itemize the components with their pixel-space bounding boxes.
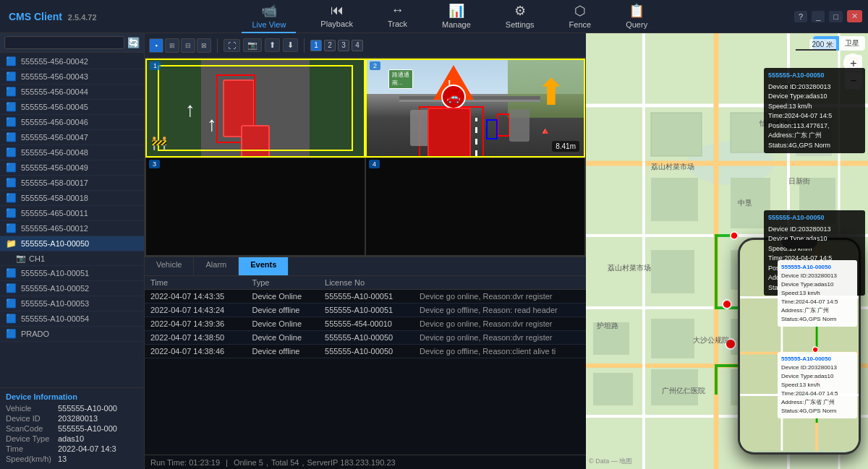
- device-info-panel: Device Information Vehicle 555555-A10-00…: [0, 387, 144, 469]
- device-item[interactable]: 🟦 555555-458-00017: [0, 176, 144, 191]
- svg-rect-12: [651, 113, 702, 156]
- device-item-selected[interactable]: 📁 555555-A10-00050: [0, 236, 144, 251]
- close-button[interactable]: ✕: [847, 10, 862, 22]
- event-row[interactable]: 2022-04-07 14:43:24 Device offline 55555…: [145, 304, 586, 317]
- map-type-satellite[interactable]: 卫星: [839, 36, 865, 51]
- svg-rect-25: [593, 373, 633, 405]
- page-4-button[interactable]: 4: [352, 40, 363, 51]
- event-license: 555555-A10-00050: [319, 331, 414, 345]
- search-input[interactable]: [4, 36, 124, 49]
- device-icon: 🟦: [6, 268, 17, 278]
- event-time: 2022-04-07 14:38:50: [145, 331, 247, 345]
- device-icon: 🟦: [6, 329, 17, 339]
- grid-1x1-button[interactable]: ▪: [149, 38, 163, 53]
- event-row[interactable]: 2022-04-07 14:38:50 Device Online 555555…: [145, 331, 586, 345]
- record-down-button[interactable]: ⬇: [283, 38, 298, 52]
- device-info-title: Device Information: [6, 392, 138, 401]
- nav-query[interactable]: 📋 Query: [616, 0, 658, 33]
- playback-icon: ⏮: [331, 3, 344, 18]
- maximize-button[interactable]: □: [829, 11, 843, 22]
- nav-live-view[interactable]: 📹 Live View: [242, 0, 296, 33]
- help-button[interactable]: ?: [794, 11, 807, 22]
- tab-alarm[interactable]: Alarm: [194, 257, 239, 275]
- info-row-speed: Speed(km/h) 13: [6, 455, 138, 463]
- fence-label: Fence: [569, 20, 592, 29]
- event-row[interactable]: 2022-04-07 14:39:36 Device Online 555555…: [145, 317, 586, 331]
- map-label-5: 中垦: [738, 198, 752, 208]
- tab-vehicle[interactable]: Vehicle: [145, 257, 194, 275]
- device-item[interactable]: 🟦 555555-456-00044: [0, 85, 144, 100]
- nav-playback[interactable]: ⏮ Playback: [310, 0, 363, 33]
- svg-rect-22: [651, 319, 694, 358]
- track-icon: ↔: [391, 3, 404, 18]
- page-3-button[interactable]: 3: [338, 40, 349, 51]
- device-icon: 🟦: [6, 193, 17, 203]
- device-item[interactable]: 🟦 555555-465-00012: [0, 221, 144, 236]
- search-bar: 🔄: [0, 33, 144, 53]
- phone-mockup: 555555-A10-00050 Device ID:203280013 Dev…: [738, 238, 861, 455]
- video-cell-2[interactable]: ! 🚗 ⬆ 路通通南... 8.41m: [365, 59, 585, 158]
- device-item[interactable]: 🟦 555555-456-00049: [0, 160, 144, 176]
- device-item[interactable]: 🟦 555555-456-00048: [0, 145, 144, 160]
- settings-label: Settings: [506, 20, 535, 29]
- svg-point-31: [731, 232, 738, 239]
- device-item[interactable]: 🟦 555555-A10-00053: [0, 296, 144, 311]
- map-datasource: © Data — 地图: [589, 457, 632, 466]
- svg-rect-21: [593, 322, 629, 355]
- tab-events[interactable]: Events: [239, 257, 289, 275]
- device-item[interactable]: 🟦 555555-A10-00054: [0, 311, 144, 327]
- minimize-button[interactable]: _: [812, 11, 825, 22]
- event-detail: Device go online, Reason:dvr register: [414, 331, 586, 345]
- video-cell-1[interactable]: ↑ ↑ 🚧 1: [145, 59, 365, 158]
- event-time: 2022-04-07 14:39:36: [145, 317, 247, 331]
- svg-point-29: [726, 339, 736, 349]
- device-icon: 🟦: [6, 208, 17, 218]
- fence-icon: ⬡: [574, 3, 586, 19]
- page-1-button[interactable]: 1: [310, 40, 322, 51]
- runtime-text: Run Time: 01:23:19: [150, 458, 220, 467]
- event-row[interactable]: 2022-04-07 14:43:35 Device Online 555555…: [145, 290, 586, 304]
- video-cell-3[interactable]: 3: [145, 158, 365, 257]
- grid-2x2-button[interactable]: ⊞: [165, 38, 179, 53]
- app-version: 2.5.4.72: [68, 13, 97, 22]
- record-up-button[interactable]: ⬆: [265, 38, 280, 52]
- camera-icon: 📷: [16, 254, 26, 263]
- device-item[interactable]: 🟦 555555-456-00046: [0, 115, 144, 130]
- cell-number-1: 1: [150, 61, 161, 70]
- device-item[interactable]: 🟦 555555-458-00018: [0, 191, 144, 206]
- device-item[interactable]: 🟦 555555-456-00047: [0, 130, 144, 145]
- nav-track[interactable]: ↔ Track: [378, 0, 417, 33]
- folder-icon: 📁: [6, 238, 17, 249]
- device-item-prado[interactable]: 🟦 PRADO: [0, 327, 144, 342]
- screenshot-button[interactable]: 📷: [243, 38, 262, 52]
- info-row-vehicle: Vehicle 555555-A10-000: [6, 404, 138, 413]
- device-icon: 🟦: [6, 87, 17, 97]
- video-cell-4[interactable]: 4: [365, 158, 585, 257]
- app-logo: CMS Client 2.5.4.72: [0, 11, 106, 22]
- channel-item[interactable]: 📷 CH1: [0, 251, 144, 266]
- event-row[interactable]: 2022-04-07 14:38:46 Device offline 55555…: [145, 345, 586, 358]
- live-view-label: Live View: [252, 20, 286, 29]
- svg-rect-18: [651, 250, 694, 293]
- event-time: 2022-04-07 14:43:35: [145, 290, 247, 304]
- device-icon: 🟦: [6, 314, 17, 324]
- page-2-button[interactable]: 2: [324, 40, 336, 51]
- nav-settings[interactable]: ⚙ Settings: [495, 0, 545, 33]
- device-item[interactable]: 🟦 555555-A10-00051: [0, 266, 144, 281]
- device-item[interactable]: 🟦 555555-A10-00052: [0, 281, 144, 296]
- grid-4x4-button[interactable]: ⊠: [197, 38, 211, 53]
- phone-popup-1: 555555-A10-00050 Device ID:203280013 Dev…: [778, 260, 857, 327]
- device-item[interactable]: 🟦 555555-465-00011: [0, 206, 144, 221]
- grid-3x3-button[interactable]: ⊟: [181, 38, 195, 53]
- nav-fence[interactable]: ⬡ Fence: [559, 0, 602, 33]
- event-license: 555555-A10-00051: [319, 304, 414, 317]
- search-refresh-button[interactable]: 🔄: [127, 37, 140, 48]
- track-label: Track: [388, 20, 407, 28]
- query-icon: 📋: [629, 3, 644, 19]
- device-item[interactable]: 🟦 555555-456-00043: [0, 69, 144, 85]
- device-item[interactable]: 🟦 555555-456-00042: [0, 54, 144, 69]
- device-item[interactable]: 🟦 555555-456-00045: [0, 100, 144, 115]
- nav-manage[interactable]: 📊 Manage: [432, 0, 481, 33]
- device-icon: 🟦: [6, 283, 17, 293]
- fullscreen-button[interactable]: ⛶: [224, 39, 240, 52]
